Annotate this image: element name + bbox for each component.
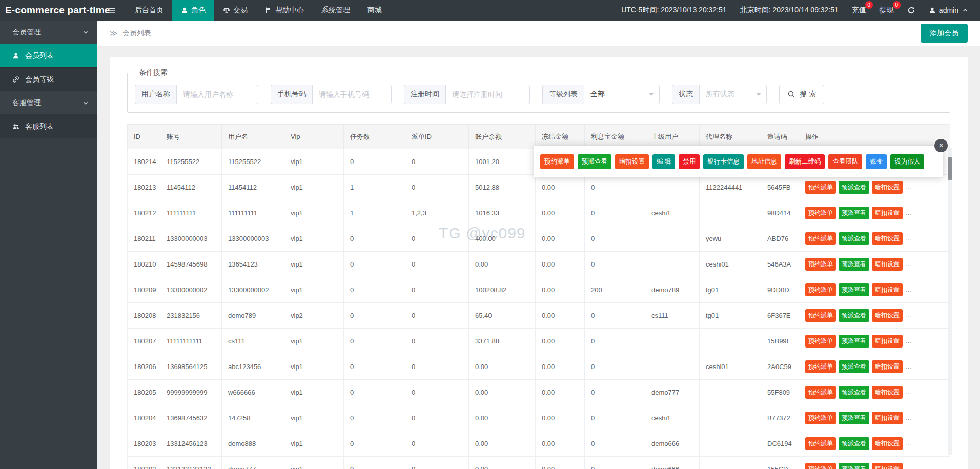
search-input-3[interactable]	[445, 85, 530, 104]
more-actions[interactable]: ...	[905, 362, 912, 370]
sidebar-group-4[interactable]: 客服管理	[0, 91, 97, 115]
row-action-button[interactable]: 预约派单	[805, 309, 836, 322]
table-cell: 0	[344, 380, 405, 405]
row-action-button[interactable]: 预派查看	[839, 207, 869, 219]
popup-action-button[interactable]: 查看团队	[828, 154, 862, 169]
sidebar-item-5[interactable]: 客服列表	[0, 115, 97, 138]
more-actions[interactable]: ...	[905, 311, 912, 319]
table-cell: 0	[585, 303, 645, 329]
nav-item-1[interactable]: 后台首页	[126, 0, 172, 21]
row-action-button[interactable]: 暗扣设置	[872, 437, 903, 450]
more-actions[interactable]: ...	[905, 414, 912, 421]
close-icon[interactable]: ×	[934, 139, 948, 152]
more-actions[interactable]: ...	[905, 465, 912, 469]
row-action-button[interactable]: 预约派单	[805, 335, 836, 348]
popup-action-button[interactable]: 设为假人	[890, 154, 924, 169]
row-action-button[interactable]: 预约派单	[805, 437, 836, 450]
more-actions[interactable]: ...	[905, 337, 912, 344]
row-action-button[interactable]: 预约派单	[805, 360, 836, 373]
table-cell: 180214	[128, 149, 160, 175]
row-action-button[interactable]: 预派查看	[839, 437, 869, 450]
popup-action-button[interactable]: 地址信息	[747, 154, 781, 169]
search-group-3: 注册时间	[404, 85, 530, 104]
row-action-button[interactable]: 预约派单	[805, 463, 836, 469]
search-select-4[interactable]: 全部	[584, 85, 660, 104]
row-action-button[interactable]: 预约派单	[805, 283, 836, 296]
sidebar-item-3[interactable]: 会员等级	[0, 68, 97, 91]
hamburger-icon[interactable]	[97, 0, 126, 21]
row-action-button[interactable]: 预派查看	[839, 309, 869, 322]
refresh-icon[interactable]	[907, 6, 915, 14]
add-member-button[interactable]: 添加会员	[921, 24, 968, 43]
row-action-button[interactable]: 预派查看	[839, 386, 869, 399]
row-action-button[interactable]: 暗扣设置	[872, 386, 903, 399]
nav-item-4[interactable]: 帮助中心	[256, 0, 313, 21]
row-action-button[interactable]: 预约派单	[805, 232, 836, 245]
nav-item-5[interactable]: 系统管理	[313, 0, 359, 21]
popup-action-button[interactable]: 银行卡信息	[703, 154, 744, 169]
row-action-button[interactable]: 暗扣设置	[872, 360, 903, 373]
withdraw-link[interactable]: 提现 0	[880, 6, 894, 15]
popup-action-button[interactable]: 预派查看	[578, 154, 611, 169]
nav-item-3[interactable]: 交易	[214, 0, 256, 21]
withdraw-label: 提现	[880, 6, 894, 14]
table-cell: 111111111	[160, 200, 222, 226]
row-action-button[interactable]: 暗扣设置	[872, 309, 903, 322]
row-action-button[interactable]: 预派查看	[839, 283, 869, 296]
row-action-button[interactable]: 预派查看	[839, 232, 869, 245]
row-action-button[interactable]: 预派查看	[839, 463, 869, 469]
search-input-2[interactable]	[312, 85, 392, 104]
sidebar-group-1[interactable]: 会员管理	[0, 21, 97, 44]
row-action-button[interactable]: 暗扣设置	[872, 181, 903, 194]
more-actions[interactable]: ...	[905, 286, 912, 293]
row-action-button[interactable]: 预派查看	[839, 335, 869, 348]
row-action-button[interactable]: 预约派单	[805, 412, 836, 424]
more-actions[interactable]: ...	[905, 388, 912, 396]
table-cell: 0	[344, 329, 405, 354]
nav-item-2[interactable]: 角色	[172, 0, 214, 21]
row-action-button[interactable]: 预派查看	[839, 181, 869, 194]
search-input-1[interactable]	[176, 85, 258, 104]
row-action-button[interactable]: 预派查看	[839, 258, 869, 271]
recharge-link[interactable]: 充值 0	[852, 6, 866, 15]
actions-cell: 预约派单预派查看暗扣设置...	[799, 277, 950, 303]
more-actions[interactable]: ...	[905, 183, 912, 191]
row-action-button[interactable]: 暗扣设置	[872, 258, 903, 271]
link-icon	[12, 76, 19, 83]
popup-action-button[interactable]: 禁用	[679, 154, 700, 169]
row-action-button[interactable]: 暗扣设置	[872, 232, 903, 245]
row-action-button[interactable]: 预派查看	[839, 412, 869, 424]
sidebar-item-2[interactable]: 会员列表	[0, 44, 97, 68]
popup-action-button[interactable]: 预约派单	[540, 154, 574, 169]
table-scrollbar[interactable]	[948, 148, 952, 455]
sidebar-item-label: 会员管理	[12, 28, 41, 37]
table-cell: 5645FB	[761, 175, 799, 200]
row-action-button[interactable]: 预约派单	[805, 181, 836, 194]
popup-action-button[interactable]: 编 辑	[652, 154, 675, 169]
nav-item-6[interactable]: 商城	[359, 0, 391, 21]
row-action-button[interactable]: 预约派单	[805, 258, 836, 271]
row-action-button[interactable]: 暗扣设置	[872, 412, 903, 424]
search-button[interactable]: 搜 索	[779, 85, 824, 104]
more-actions[interactable]: ...	[905, 209, 912, 216]
more-actions[interactable]: ...	[905, 234, 912, 242]
table-cell: vip1	[284, 329, 344, 354]
row-actions-popup: × 预约派单预派查看暗扣设置编 辑禁用银行卡信息地址信息刷新二维码查看团队账变设…	[534, 146, 943, 177]
row-action-button[interactable]: 暗扣设置	[872, 463, 903, 469]
row-action-button[interactable]: 暗扣设置	[872, 283, 903, 296]
more-actions[interactable]: ...	[905, 439, 912, 447]
recharge-label: 充值	[852, 6, 866, 14]
row-action-button[interactable]: 预约派单	[805, 386, 836, 399]
scrollbar-thumb[interactable]	[948, 157, 952, 180]
row-action-button[interactable]: 预约派单	[805, 207, 836, 219]
more-actions[interactable]: ...	[905, 260, 912, 268]
row-action-button[interactable]: 暗扣设置	[872, 207, 903, 219]
user-menu[interactable]: admin	[929, 6, 969, 14]
table-cell: 0	[585, 457, 645, 469]
popup-action-button[interactable]: 暗扣设置	[615, 154, 649, 169]
search-select-5[interactable]: 所有状态	[699, 85, 767, 104]
row-action-button[interactable]: 预派查看	[839, 360, 869, 373]
row-action-button[interactable]: 暗扣设置	[872, 335, 903, 348]
popup-action-button[interactable]: 刷新二维码	[785, 154, 825, 169]
popup-action-button[interactable]: 账变	[866, 154, 887, 169]
